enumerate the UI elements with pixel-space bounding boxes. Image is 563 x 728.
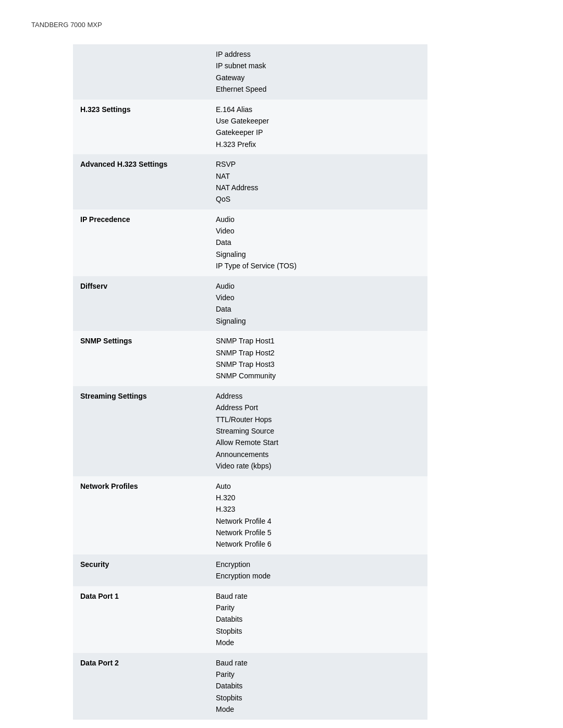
table-row: SNMP SettingsSNMP Trap Host1SNMP Trap Ho… xyxy=(73,331,427,386)
row-label: Advanced H.323 Settings xyxy=(73,154,209,209)
row-values: AutoH.320H.323Network Profile 4Network P… xyxy=(209,476,427,554)
row-values: RSVPNATNAT AddressQoS xyxy=(209,154,427,209)
table-row: H.323 SettingsE.164 AliasUse GatekeeperG… xyxy=(73,100,427,155)
row-label: Data Port 1 xyxy=(73,586,209,653)
table-row: Data Port 2Baud rateParityDatabitsStopbi… xyxy=(73,653,427,720)
row-label: SNMP Settings xyxy=(73,331,209,386)
table-row: IP addressIP subnet maskGatewayEthernet … xyxy=(73,44,427,100)
row-values: EncryptionEncryption mode xyxy=(209,554,427,586)
page-header: TANDBERG 7000 MXP xyxy=(31,21,532,29)
table-row: SecurityEncryptionEncryption mode xyxy=(73,554,427,586)
settings-table: IP addressIP subnet maskGatewayEthernet … xyxy=(73,44,427,720)
row-label: Diffserv xyxy=(73,276,209,331)
row-label xyxy=(73,44,209,100)
table-row: Advanced H.323 SettingsRSVPNATNAT Addres… xyxy=(73,154,427,209)
row-label: Security xyxy=(73,554,209,586)
row-values: Baud rateParityDatabitsStopbitsMode xyxy=(209,653,427,720)
table-row: DiffservAudioVideoDataSignaling xyxy=(73,276,427,331)
row-label: Data Port 2 xyxy=(73,653,209,720)
row-values: AddressAddress PortTTL/Router HopsStream… xyxy=(209,386,427,476)
row-values: IP addressIP subnet maskGatewayEthernet … xyxy=(209,44,427,100)
table-row: IP PrecedenceAudioVideoDataSignalingIP T… xyxy=(73,209,427,276)
row-label: Network Profiles xyxy=(73,476,209,554)
row-values: AudioVideoDataSignaling xyxy=(209,276,427,331)
row-values: SNMP Trap Host1SNMP Trap Host2SNMP Trap … xyxy=(209,331,427,386)
row-label: Streaming Settings xyxy=(73,386,209,476)
row-values: Baud rateParityDatabitsStopbitsMode xyxy=(209,586,427,653)
row-values: AudioVideoDataSignalingIP Type of Servic… xyxy=(209,209,427,276)
row-label: H.323 Settings xyxy=(73,100,209,155)
row-label: IP Precedence xyxy=(73,209,209,276)
table-row: Network ProfilesAutoH.320H.323Network Pr… xyxy=(73,476,427,554)
table-row: Data Port 1Baud rateParityDatabitsStopbi… xyxy=(73,586,427,653)
row-values: E.164 AliasUse GatekeeperGatekeeper IPH.… xyxy=(209,100,427,155)
table-row: Streaming SettingsAddressAddress PortTTL… xyxy=(73,386,427,476)
